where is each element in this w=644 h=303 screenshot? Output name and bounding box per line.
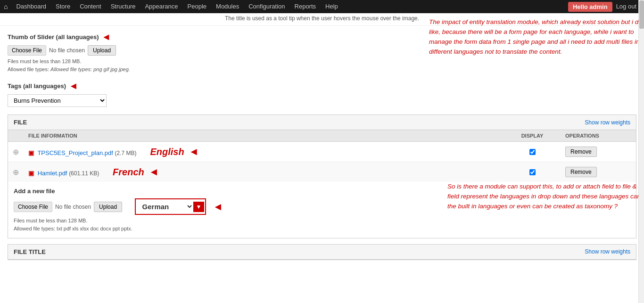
nav-content[interactable]: Content xyxy=(75,0,106,13)
scrollbar-thumb[interactable] xyxy=(639,0,644,29)
drag-handle[interactable]: ⊕ xyxy=(13,148,19,156)
file-hint: Files must be less than 128 MB. Allowed … xyxy=(8,57,636,73)
file-table: FILE INFORMATION DISPLAY OPERATIONS ⊕ ▣ … xyxy=(8,130,636,182)
german-dropdown-arrow: ▼ xyxy=(193,202,205,212)
nav-structure[interactable]: Structure xyxy=(106,0,140,13)
tags-arrow: ◄ xyxy=(69,81,78,91)
tags-dropdown[interactable]: Burns Prevention xyxy=(8,94,107,107)
scrollbar[interactable] xyxy=(638,0,644,268)
top-navigation: ⌂ Dashboard Store Content Structure Appe… xyxy=(0,0,644,13)
display-check-1[interactable] xyxy=(529,149,536,155)
bottom-annotation: So is there a module can support this, t… xyxy=(447,182,644,212)
nav-modules[interactable]: Modules xyxy=(211,0,244,13)
drag-handle-2[interactable]: ⊕ xyxy=(13,168,19,176)
pdf-icon: ▣ xyxy=(28,149,34,156)
french-arrow: ◄ xyxy=(149,166,159,178)
file-size-1: (2.7 MB) xyxy=(115,150,136,156)
german-dropdown-wrapper: German English French ▼ xyxy=(135,198,206,215)
file-link-1[interactable]: TPSC5ES_Project_plan.pdf xyxy=(37,149,113,156)
upload-button[interactable]: Upload xyxy=(88,45,116,56)
show-row-weights-bottom[interactable]: Show row weights xyxy=(585,248,630,255)
tags-select-wrapper: Burns Prevention xyxy=(8,94,636,107)
nav-dashboard[interactable]: Dashboard xyxy=(11,0,51,13)
nav-appearance[interactable]: Appearance xyxy=(140,0,182,13)
col-operations: OPERATIONS xyxy=(561,130,636,142)
display-checkbox-1 xyxy=(509,149,556,155)
table-row: ⊕ ▣ Hamlet.pdf (601.11 KB) French ◄ xyxy=(8,162,636,182)
show-row-weights-link[interactable]: Show row weights xyxy=(585,119,630,126)
tags-section: Tags (all languages) ◄ Burns Prevention xyxy=(8,81,636,107)
nav-reports[interactable]: Reports xyxy=(290,0,321,13)
file-section: FILE Show row weights FILE INFORMATION D… xyxy=(8,115,636,238)
nav-people[interactable]: People xyxy=(183,0,211,13)
nav-help[interactable]: Help xyxy=(321,0,343,13)
english-arrow: ◄ xyxy=(189,146,199,157)
german-arrow-pointer: ◄ xyxy=(213,201,223,213)
display-check-2[interactable] xyxy=(529,169,536,175)
logout-link[interactable]: Log out xyxy=(612,0,640,13)
top-annotation: The impact of entity translation module,… xyxy=(429,17,644,57)
german-language-dropdown[interactable]: German English French xyxy=(137,200,193,213)
home-icon[interactable]: ⌂ xyxy=(4,3,8,10)
remove-button-2[interactable]: Remove xyxy=(565,167,597,177)
nav-configuration[interactable]: Configuration xyxy=(244,0,289,13)
display-checkbox-2 xyxy=(509,169,556,175)
col-file-info: FILE INFORMATION xyxy=(24,130,504,142)
add-no-file-text: No file chosen xyxy=(55,204,91,210)
table-row: ⊕ ▣ TPSC5ES_Project_plan.pdf (2.7 MB) En… xyxy=(8,142,636,162)
admin-name: admin xyxy=(589,3,607,10)
pdf-icon-2: ▣ xyxy=(28,170,34,177)
choose-file-button[interactable]: Choose File xyxy=(8,45,46,56)
add-new-file-section: Add a new file Choose File No file chose… xyxy=(8,182,636,238)
remove-button-1[interactable]: Remove xyxy=(565,147,597,157)
arrow-indicator: ◄ xyxy=(102,32,111,42)
file-title-section: FILE TITLE Show row weights xyxy=(8,244,636,260)
file-title-header: FILE TITLE Show row weights xyxy=(8,245,636,260)
file-section-header: FILE Show row weights xyxy=(8,115,636,130)
add-choose-file-button[interactable]: Choose File xyxy=(14,202,52,212)
english-label: English xyxy=(150,147,184,157)
file-link-2[interactable]: Hamlet.pdf xyxy=(38,170,67,177)
add-file-hint: Files must be less than 128 MB. Allowed … xyxy=(14,217,630,232)
tags-label: Tags (all languages) ◄ xyxy=(8,81,636,91)
file-size-2: (601.11 KB) xyxy=(69,170,99,177)
table-header-row: FILE INFORMATION DISPLAY OPERATIONS xyxy=(8,130,636,142)
add-upload-button[interactable]: Upload xyxy=(94,202,122,212)
thumb-slider-section: Thumb of Slider (all languages) ◄ Choose… xyxy=(8,32,636,73)
french-label: French xyxy=(113,167,144,178)
col-display: DISPLAY xyxy=(504,130,561,142)
nav-store[interactable]: Store xyxy=(51,0,75,13)
hello-badge: Hello admin xyxy=(568,2,612,12)
no-file-chosen-text: No file chosen xyxy=(49,47,85,54)
